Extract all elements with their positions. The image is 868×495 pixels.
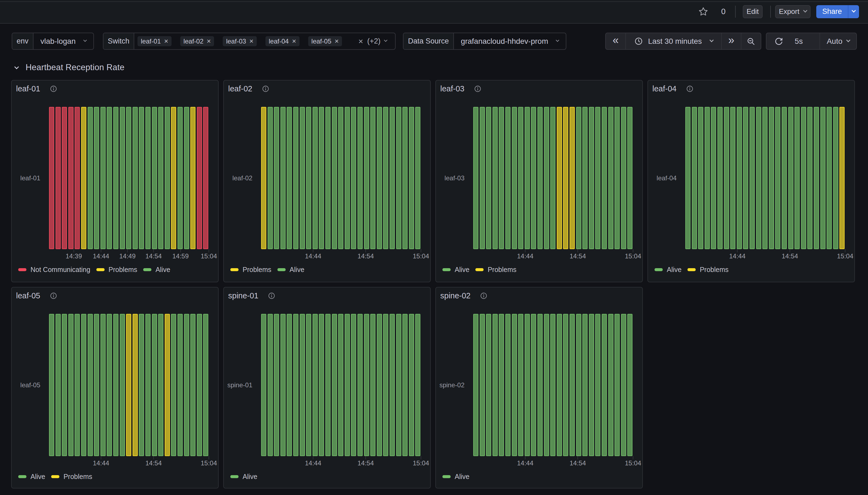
datasource-value[interactable]: grafanacloud-hhdev-prom [454, 33, 566, 49]
time-shift-back-button[interactable]: « [606, 33, 625, 49]
status-bar-alive [390, 107, 395, 249]
status-bar-alive [280, 314, 285, 456]
refresh-button[interactable] [767, 33, 791, 49]
status-bar-alive [261, 314, 266, 456]
legend-item[interactable]: Problems [96, 266, 137, 274]
status-bar-alive [499, 107, 504, 249]
share-button[interactable]: Share [816, 5, 859, 18]
star-button[interactable] [698, 6, 708, 17]
status-bar-alive [557, 314, 562, 456]
legend-item[interactable]: Alive [143, 266, 170, 274]
status-bar-alive [178, 314, 183, 456]
panel-header[interactable]: leaf-03 [440, 84, 481, 93]
panel-legend: AliveProblems [655, 266, 735, 274]
remove-tag-icon[interactable]: × [164, 37, 168, 45]
legend-item[interactable]: Alive [230, 473, 257, 481]
panel-leaf-01: leaf-01leaf-0114:3914:4414:4914:5414:591… [11, 80, 219, 282]
status-bar-alive [409, 107, 414, 249]
legend-item[interactable]: Alive [442, 266, 470, 274]
status-bar-alive [583, 314, 588, 456]
time-shift-forward-button[interactable]: » [721, 33, 741, 49]
legend-item[interactable]: Alive [655, 266, 682, 274]
status-bar-problems [171, 107, 176, 249]
status-bar-alive [814, 107, 819, 249]
refresh-interval-label[interactable]: 5s [791, 33, 820, 49]
switch-filter-tag[interactable]: leaf-02× [180, 36, 214, 46]
panel-spine-01: spine-01spine-0114:4414:5415:04Alive [223, 287, 431, 489]
status-bar-alive [544, 314, 549, 456]
status-bar-alive [717, 107, 723, 249]
export-button[interactable]: Export [775, 5, 810, 18]
status-bar-not-communicating [68, 107, 73, 249]
status-bar-alive [126, 107, 131, 249]
panel-header[interactable]: leaf-02 [228, 84, 269, 93]
switch-filter-tag[interactable]: leaf-05× [308, 36, 342, 46]
switch-filter-more[interactable]: ×(+2) [358, 37, 392, 46]
chevron-down-icon [14, 65, 19, 69]
legend-item[interactable]: Problems [230, 266, 272, 274]
status-bar-alive [480, 107, 485, 249]
info-icon[interactable] [268, 292, 275, 300]
info-icon[interactable] [474, 85, 481, 92]
status-bar-alive [345, 314, 350, 456]
x-axis-tick [73, 249, 74, 252]
status-bar-alive [377, 314, 382, 456]
env-filter-value[interactable]: vlab-logan [33, 33, 93, 49]
remove-tag-icon[interactable]: × [292, 37, 296, 45]
legend-label: Alive [243, 473, 257, 481]
legend-item[interactable]: Not Communicating [18, 266, 91, 274]
status-bar-alive [75, 314, 80, 456]
y-axis-label: leaf-01 [12, 174, 40, 182]
info-icon[interactable] [480, 292, 487, 300]
legend-item[interactable]: Alive [442, 473, 470, 481]
panel-leaf-02: leaf-02leaf-0214:4414:5415:04ProblemsAli… [223, 80, 431, 282]
switch-filter-tag[interactable]: leaf-01× [137, 36, 171, 46]
status-bar-alive [358, 107, 363, 249]
zoom-out-icon [746, 37, 756, 46]
panel-header[interactable]: leaf-05 [16, 291, 57, 300]
switch-filter-tag[interactable]: leaf-03× [223, 36, 257, 46]
status-bar-alive [88, 107, 93, 249]
panel-header[interactable]: spine-02 [440, 291, 487, 300]
legend-item[interactable]: Problems [475, 266, 517, 274]
status-bar-alive [756, 107, 761, 249]
status-bar-alive [332, 314, 337, 456]
status-bar-alive [615, 107, 620, 249]
status-bar-alive [692, 107, 697, 249]
status-bar-alive [274, 107, 279, 249]
x-axis-label: 14:44 [93, 252, 109, 260]
status-bar-alive [184, 314, 189, 456]
status-bar-alive [165, 107, 170, 249]
legend-item[interactable]: Alive [18, 473, 45, 481]
info-icon[interactable] [262, 85, 269, 92]
auto-refresh-picker[interactable]: Auto [820, 33, 856, 49]
status-bar-alive [313, 314, 318, 456]
edit-button[interactable]: Edit [743, 5, 763, 18]
time-range-picker[interactable]: Last 30 minutes [625, 33, 721, 49]
info-icon[interactable] [50, 292, 57, 300]
info-icon[interactable] [50, 85, 57, 92]
remove-tag-icon[interactable]: × [334, 37, 339, 45]
x-axis-label: 15:04 [201, 459, 217, 467]
switch-filter-tag[interactable]: leaf-04× [265, 36, 299, 46]
panel-header[interactable]: leaf-01 [16, 84, 57, 93]
panel-header[interactable]: spine-01 [228, 291, 275, 300]
info-icon[interactable] [686, 85, 693, 92]
status-bar-alive [576, 314, 581, 456]
legend-item[interactable]: Problems [687, 266, 728, 274]
legend-item[interactable]: Problems [51, 473, 92, 481]
row-heartbeat-reception-rate[interactable]: Heartbeat Reception Rate [15, 62, 125, 73]
x-axis-label: 14:44 [93, 459, 109, 467]
tag-label: leaf-02 [183, 37, 203, 45]
zoom-out-button[interactable] [741, 33, 761, 49]
legend-color-dash [96, 268, 104, 271]
legend-item[interactable]: Alive [277, 266, 305, 274]
share-dropdown-button[interactable] [848, 5, 859, 18]
auto-refresh-label: Auto [826, 37, 842, 46]
panel-header[interactable]: leaf-04 [652, 84, 693, 93]
remove-tag-icon[interactable]: × [207, 37, 211, 45]
remove-tag-icon[interactable]: × [249, 37, 253, 45]
x-axis-tick [209, 249, 209, 252]
clear-filter-icon[interactable]: × [358, 37, 363, 46]
status-bar-alive [518, 107, 523, 249]
